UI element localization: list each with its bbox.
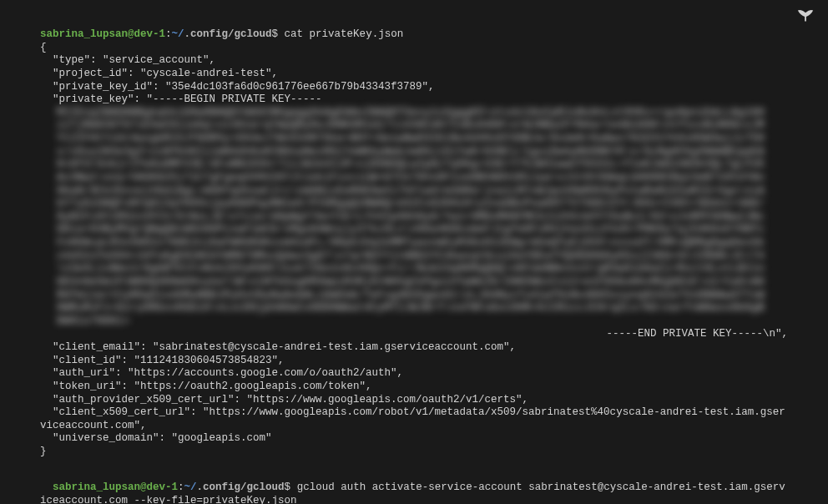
prompt2-user-host: sabrina_lupsan@dev-1 [53,481,178,493]
json-client-email-line: "client_email": "sabrinatest@cyscale-and… [40,341,788,355]
blurred-private-key-body: MIIEvgIBADANBgkqhkiG9w0BAQEFAASCBKgwggSk… [40,107,788,329]
terminal-prompt-line[interactable]: sabrina_lupsan@dev-1:~/.config/gcloud$ c… [40,28,788,42]
json-privatekey-end: -----END PRIVATE KEY-----\n", [369,328,788,341]
json-privatekey-open: "private_key": "-----BEGIN PRIVATE KEY--… [40,93,322,105]
prompt2-path-tilde: ~/ [184,481,197,493]
json-close-brace: } [40,446,788,459]
json-auth-uri-line: "auth_uri": "https://accounts.google.com… [40,367,788,381]
prompt2-dollar: $ [285,481,297,493]
json-client-cert-line: "client_x509_cert_url": "https://www.goo… [40,406,788,432]
json-keyid-line: "private_key_id": "35e4dc103fa6d0c961776… [40,81,788,94]
command-cat: cat privateKey.json [285,28,404,40]
prompt-colon: : [165,28,172,40]
prompt-path-rest: .config/gcloud [184,28,272,40]
prompt-user-host: sabrina_lupsan@dev-1 [40,28,165,40]
json-open-brace: { [40,42,788,55]
prompt-path-tilde: ~/ [172,28,184,40]
json-universe-line: "universe_domain": "googleapis.com" [40,432,788,446]
json-token-uri-line: "token_uri": "https://oauth2.googleapis.… [40,381,788,394]
terminal-prompt-line-2[interactable]: sabrina_lupsan@dev-1:~/.config/gcloud$ g… [40,469,788,504]
json-project-line: "project_id": "cyscale-andrei-test", [40,68,788,81]
prompt-dollar: $ [272,28,285,40]
json-type-line: "type": "service_account", [40,54,788,68]
json-auth-provider-line: "auth_provider_x509_cert_url": "https://… [40,394,788,407]
prompt2-colon: : [178,481,184,493]
bird-logo-icon [796,8,815,23]
json-client-id-line: "client_id": "111241830604573854823", [40,355,788,368]
prompt2-path-rest: .config/gcloud [197,481,285,493]
